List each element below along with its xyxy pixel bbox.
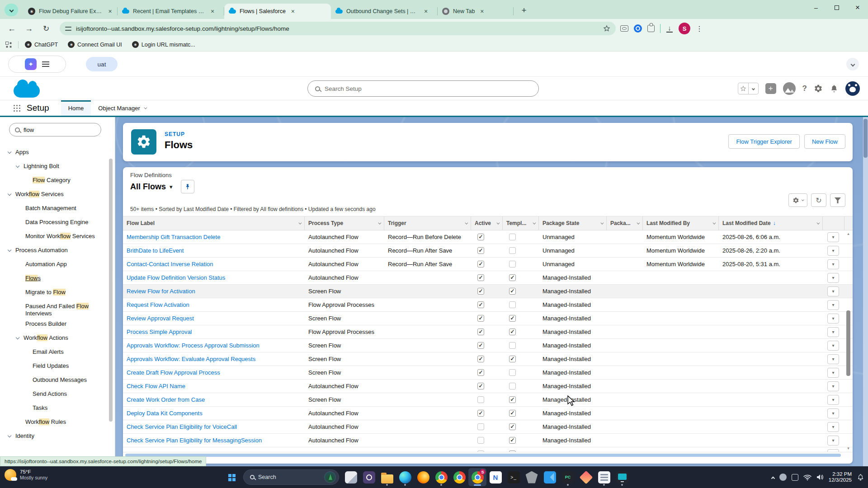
table-row[interactable]: Review Flow for ActivationScreen FlowMan… (123, 285, 853, 298)
active-checkbox[interactable] (477, 342, 484, 349)
favorites-button[interactable] (738, 83, 759, 94)
flow-label-link[interactable]: Request Flow Activation (123, 301, 305, 308)
new-flow-button[interactable]: New Flow (804, 134, 845, 149)
table-horizontal-scrollbar[interactable] (123, 452, 853, 458)
template-checkbox[interactable] (509, 410, 516, 417)
shield-app-icon[interactable] (523, 468, 541, 486)
browser-menu-icon[interactable] (696, 24, 703, 33)
edge-icon[interactable] (396, 468, 414, 486)
flow-label-link[interactable]: Update Flow Definition Version Status (123, 274, 305, 281)
row-action-menu-button[interactable] (827, 314, 839, 324)
template-checkbox[interactable] (509, 342, 516, 349)
widgets-app-icon[interactable] (342, 468, 360, 486)
template-checkbox[interactable] (509, 301, 516, 308)
vscode-icon[interactable] (541, 468, 559, 486)
active-checkbox[interactable] (477, 369, 484, 376)
browser-tab[interactable]: New Tab (438, 4, 514, 19)
diamond-app-icon[interactable] (577, 468, 595, 486)
bookmark-item[interactable]: Connect Gmail UI (68, 41, 122, 48)
flow-label-link[interactable]: Create Work Order from Case (123, 396, 305, 403)
template-checkbox[interactable] (509, 274, 516, 281)
template-checkbox[interactable] (509, 437, 516, 444)
flow-label-link[interactable]: Membership Gift Transaction Delete (123, 234, 305, 240)
tab-close-icon[interactable] (289, 8, 297, 15)
apps-grid-icon[interactable] (5, 42, 12, 48)
column-header[interactable]: Last Modified By (643, 216, 719, 230)
flow-label-link[interactable]: Check Service Plan Eligibility for Voice… (123, 423, 305, 430)
sidebar-item[interactable]: Monitor Workflow Services (0, 230, 115, 244)
active-checkbox[interactable] (477, 261, 484, 267)
active-checkbox[interactable] (477, 315, 484, 322)
table-row[interactable]: Deploy Data Kit ComponentsAutolaunched F… (123, 407, 853, 420)
help-icon[interactable] (802, 84, 807, 93)
active-checkbox[interactable] (477, 423, 484, 430)
sidebar-item[interactable]: Migrate to Flow (0, 286, 115, 300)
volume-icon[interactable] (816, 474, 824, 480)
table-row[interactable]: Process Simple ApprovalFlow Approval Pro… (123, 325, 853, 339)
favorites-dropdown-icon[interactable] (748, 83, 758, 94)
browser-tab[interactable]: Recent | Email Templates | Sales (118, 4, 224, 19)
row-action-menu-button[interactable] (827, 368, 839, 378)
chrome-2-icon[interactable] (450, 468, 468, 486)
window-close-button[interactable] (847, 0, 868, 15)
tab-search-button[interactable] (5, 4, 18, 16)
sidebar-item[interactable]: Apps (0, 145, 115, 160)
scroll-up-icon[interactable] (846, 231, 850, 236)
taskbar-search[interactable]: Search (243, 469, 339, 485)
table-row[interactable]: BrithDate to LifeEventAutolaunched FlowR… (123, 244, 853, 258)
star-icon[interactable] (738, 83, 748, 94)
row-action-menu-button[interactable] (827, 232, 839, 242)
row-action-menu-button[interactable] (827, 259, 839, 269)
notification-bell-icon[interactable] (830, 84, 839, 93)
template-checkbox[interactable] (509, 328, 516, 335)
sidebar-item[interactable]: Process Automation (0, 244, 115, 258)
bookmark-item[interactable]: Login URL mismatc... (132, 41, 195, 48)
active-checkbox[interactable] (477, 356, 484, 362)
forward-button[interactable] (22, 21, 36, 36)
column-header[interactable]: Trigger (384, 216, 471, 230)
template-checkbox[interactable] (509, 423, 516, 430)
table-row[interactable]: Create Work Order from CaseScreen FlowMa… (123, 393, 853, 407)
column-header[interactable]: Process Type (305, 216, 384, 230)
flow-label-link[interactable]: BrithDate to LifeEvent (123, 247, 305, 254)
active-checkbox[interactable] (477, 234, 484, 240)
flow-trigger-explorer-button[interactable]: Flow Trigger Explorer (728, 134, 800, 149)
system-tray-icon[interactable] (792, 474, 798, 481)
template-checkbox[interactable] (509, 315, 516, 322)
tab-object-manager[interactable]: Object Manager (91, 100, 153, 116)
sidebar-item[interactable]: Send Actions (0, 387, 115, 401)
sidebar-item[interactable]: Field Updates (0, 359, 115, 373)
file-explorer-icon[interactable] (378, 468, 396, 486)
ai-sidebar-pill[interactable] (8, 56, 66, 73)
firefox-icon[interactable] (414, 468, 432, 486)
active-checkbox[interactable] (477, 437, 484, 444)
list-settings-button[interactable] (788, 193, 807, 207)
scroll-down-icon[interactable] (846, 446, 850, 450)
downloads-icon[interactable] (666, 25, 673, 32)
flow-label-link[interactable]: Process Simple Approval (123, 328, 305, 335)
list-app-icon[interactable] (595, 468, 613, 486)
row-action-menu-button[interactable] (827, 286, 839, 296)
row-action-menu-button[interactable] (827, 395, 839, 405)
row-action-menu-button[interactable] (827, 273, 839, 283)
sidebar-item[interactable]: Batch Management (0, 202, 115, 216)
column-menu-icon[interactable] (712, 221, 716, 224)
active-checkbox[interactable] (477, 383, 484, 389)
scrollbar-thumb[interactable] (846, 310, 850, 376)
site-settings-icon[interactable] (65, 26, 71, 31)
scrollbar-thumb[interactable] (125, 454, 841, 457)
row-action-menu-button[interactable] (827, 327, 839, 337)
template-checkbox[interactable] (509, 356, 516, 362)
filter-button[interactable] (830, 193, 845, 207)
flow-label-link[interactable]: Check Service Plan Eligibility for Messa… (123, 437, 305, 444)
chrome-profile-icon[interactable]: S (468, 468, 486, 486)
chevron-down-icon[interactable] (8, 192, 11, 196)
column-menu-icon[interactable] (600, 221, 604, 224)
row-action-menu-button[interactable] (827, 422, 839, 432)
sidebar-item[interactable]: Email Alerts (0, 345, 115, 359)
sidebar-item[interactable]: Lightning Bolt (0, 160, 115, 174)
taskbar-clock[interactable]: 2:32 PM 12/3/2025 (829, 471, 852, 483)
sidebar-search-input[interactable]: flow (9, 123, 101, 136)
sidebar-item[interactable]: Process Builder (0, 317, 115, 331)
window-maximize-button[interactable] (826, 0, 847, 15)
